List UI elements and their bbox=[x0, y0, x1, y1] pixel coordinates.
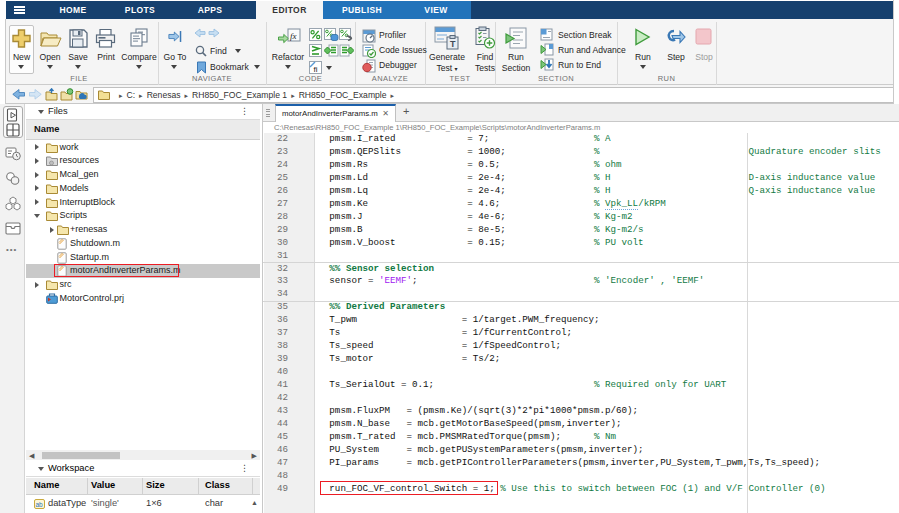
svg-text:T: T bbox=[450, 39, 456, 49]
svg-text:fx: fx bbox=[290, 31, 297, 41]
svg-text:ab: ab bbox=[36, 501, 44, 508]
svg-text:fi: fi bbox=[314, 65, 318, 74]
